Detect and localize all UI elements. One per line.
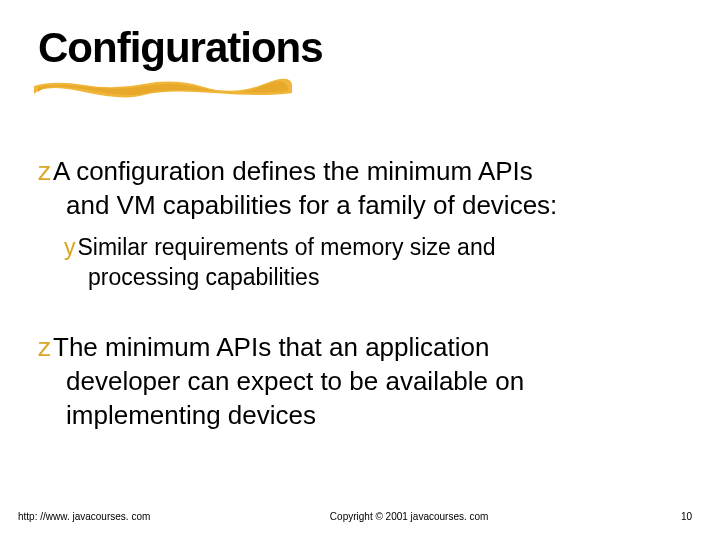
bullet-z-icon: z bbox=[38, 330, 51, 364]
bullet-y-icon: y bbox=[64, 232, 76, 262]
bullet-2-line2: developer can expect to be available on bbox=[66, 364, 682, 398]
bullet-1: z A configuration defines the minimum AP… bbox=[38, 154, 682, 222]
bullet-1-line2: and VM capabilities for a family of devi… bbox=[66, 188, 682, 222]
bullet-1-sub-line1: Similar requirements of memory size and bbox=[78, 232, 496, 262]
footer-url: http: //www. javacourses. com bbox=[18, 511, 150, 522]
slide: Configurations z A configuration defines… bbox=[0, 0, 720, 540]
title-underline bbox=[34, 78, 292, 100]
footer-page: 10 bbox=[668, 511, 692, 522]
bullet-1-sub-line2: processing capabilities bbox=[88, 262, 682, 292]
footer-copyright: Copyright © 2001 javacourses. com bbox=[150, 511, 668, 522]
bullet-1-line1: A configuration defines the minimum APIs bbox=[53, 154, 533, 188]
bullet-z-icon: z bbox=[38, 154, 51, 188]
bullet-1-sub: y Similar requirements of memory size an… bbox=[64, 232, 682, 292]
bullet-2-line1: The minimum APIs that an application bbox=[53, 330, 489, 364]
bullet-2-line3: implementing devices bbox=[66, 398, 682, 432]
slide-title: Configurations bbox=[38, 24, 682, 72]
bullet-2: z The minimum APIs that an application d… bbox=[38, 330, 682, 432]
footer: http: //www. javacourses. com Copyright … bbox=[0, 511, 720, 522]
